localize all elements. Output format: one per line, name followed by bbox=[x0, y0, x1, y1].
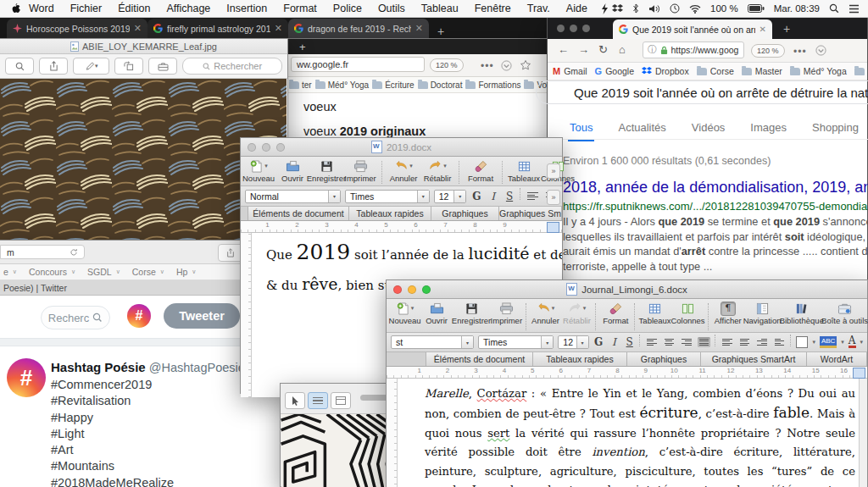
show-marks-button[interactable]: ¶Afficher bbox=[715, 302, 741, 325]
forward-icon[interactable]: → bbox=[578, 43, 589, 56]
menubar-clock[interactable]: Mar. 08:39 bbox=[774, 3, 820, 14]
avatar[interactable]: # bbox=[7, 358, 46, 397]
bold-button[interactable]: G bbox=[593, 336, 604, 348]
style-combo[interactable]: st▾ bbox=[391, 335, 474, 349]
bluetooth-icon[interactable] bbox=[632, 3, 639, 14]
library-button[interactable]: Bibliothèque bbox=[783, 302, 820, 325]
menu-item[interactable]: Édition bbox=[118, 3, 150, 14]
bookmark-google[interactable]: GGoogle bbox=[595, 66, 634, 76]
vertical-ruler[interactable] bbox=[387, 379, 398, 487]
wifi-icon[interactable] bbox=[689, 4, 701, 14]
chrome-tab-firefly[interactable]: firefly primal astrology 2019 - Re ✕ bbox=[147, 19, 288, 38]
traffic-lights[interactable] bbox=[393, 285, 431, 294]
font-combo[interactable]: Times▾ bbox=[345, 190, 430, 203]
bookmark-folder[interactable]: Concours∨ bbox=[29, 267, 75, 277]
bullet-list-button[interactable] bbox=[738, 337, 752, 348]
hashtag-link[interactable]: #Light bbox=[51, 426, 174, 442]
bookmark-folder[interactable]: ter bbox=[289, 80, 312, 90]
google-search-box[interactable]: Que 2019 soit l'année où on arrête de dé… bbox=[536, 80, 868, 104]
markup-button[interactable]: ▾ bbox=[73, 58, 109, 75]
preview-search-field[interactable]: Rechercher bbox=[182, 58, 282, 75]
outdent-button[interactable] bbox=[755, 337, 769, 348]
horizontal-ruler[interactable]: 123456789 bbox=[241, 221, 562, 233]
menu-item[interactable]: Insertion bbox=[226, 3, 267, 14]
volume-icon[interactable] bbox=[648, 4, 660, 14]
align-left-button[interactable] bbox=[645, 337, 659, 348]
info-icon[interactable]: ⓘ bbox=[648, 44, 657, 56]
bookmark-folder[interactable]: Formations bbox=[465, 80, 520, 90]
bookmark-folder[interactable]: Master bbox=[742, 66, 782, 76]
numbered-list-button[interactable] bbox=[721, 337, 734, 348]
ribbon-tab[interactable]: Tableaux rapides bbox=[533, 352, 627, 366]
bookmark-folder[interactable]: Corse∨ bbox=[132, 267, 164, 277]
new-button[interactable]: ▾Nouveau bbox=[246, 159, 271, 183]
toolbox-button[interactable] bbox=[148, 58, 177, 75]
tweet-author[interactable]: Hashtag Poésie @HashtagPoesie · bbox=[51, 360, 253, 374]
firefox-tab[interactable]: Que 2019 soit l'année où on arrê ✕ bbox=[613, 19, 772, 39]
italic-button[interactable]: I bbox=[487, 191, 499, 202]
twitter-search-field[interactable]: Recherc bbox=[41, 306, 110, 329]
ribbon-tab[interactable]: Graphiques bbox=[431, 207, 499, 220]
size-combo[interactable]: 12▾ bbox=[558, 335, 588, 349]
tab-videos[interactable]: Vidéos bbox=[692, 121, 726, 134]
tab-images[interactable]: Images bbox=[750, 121, 787, 134]
pocket-icon[interactable] bbox=[815, 45, 826, 56]
style-combo[interactable]: Normal▾ bbox=[245, 190, 341, 203]
zoom-button[interactable] bbox=[5, 58, 34, 75]
tab-shopping[interactable]: Shopping bbox=[812, 121, 859, 134]
menu-item[interactable]: Fenêtre bbox=[475, 3, 511, 14]
tables-button[interactable]: Tableaux bbox=[642, 302, 668, 325]
menu-item[interactable]: Trav. bbox=[527, 3, 550, 14]
menu-item[interactable]: Format bbox=[283, 3, 317, 14]
close-icon[interactable]: ✕ bbox=[134, 23, 142, 34]
ribbon-tab[interactable]: Graphiques SmartArt bbox=[701, 352, 807, 366]
bookmark-dropbox[interactable]: Dropbox bbox=[642, 66, 689, 76]
bookmark-folder[interactable]: Corse bbox=[697, 66, 734, 76]
justify-button[interactable] bbox=[698, 337, 711, 348]
horizontal-ruler[interactable]: 12345678910111213141516 bbox=[387, 367, 867, 379]
address-bar[interactable]: ww.google.fr bbox=[291, 57, 425, 72]
save-button[interactable]: Enregistrer bbox=[314, 159, 339, 183]
bookmark-gmail[interactable]: MGmail bbox=[553, 66, 587, 76]
pointer-tool-button[interactable] bbox=[285, 392, 305, 409]
hashtag-logo-avatar[interactable]: # bbox=[127, 304, 151, 328]
notification-center-icon[interactable] bbox=[849, 4, 860, 14]
share-button[interactable] bbox=[39, 58, 68, 75]
back-icon[interactable]: ← bbox=[558, 43, 569, 56]
close-icon[interactable]: ✕ bbox=[415, 23, 423, 34]
italic-button[interactable]: I bbox=[609, 336, 620, 348]
print-button[interactable]: Imprimer bbox=[348, 159, 373, 183]
traffic-lights[interactable] bbox=[557, 25, 590, 32]
new-tab-button[interactable]: + bbox=[783, 22, 790, 36]
traffic-lights[interactable] bbox=[248, 143, 285, 152]
undo-button[interactable]: ▾Annuler bbox=[391, 159, 416, 183]
bookmark-folder[interactable]: Doctorat bbox=[418, 80, 463, 90]
chrome-tab-dragon[interactable]: dragon de feu 2019 - Recherche ✕ bbox=[288, 19, 429, 38]
document-map-icon[interactable] bbox=[547, 222, 559, 233]
result-title-link[interactable]: 2018, année de la démondialisation, 2019… bbox=[563, 179, 868, 196]
ribbon-tab[interactable]: Tableaux rapides bbox=[349, 207, 431, 220]
redo-button[interactable]: ▾Rétablir bbox=[425, 159, 450, 183]
bookmark-folder[interactable]: e∨ bbox=[3, 267, 17, 277]
toolbar-overflow[interactable]: » bbox=[547, 163, 560, 179]
format-button[interactable]: Format bbox=[468, 159, 493, 183]
align-right-button[interactable] bbox=[680, 337, 693, 348]
tab-title[interactable]: Poesie) | Twitter bbox=[3, 283, 67, 293]
font-combo[interactable]: Times▾ bbox=[478, 335, 554, 349]
hashtag-link[interactable]: #2018MadeMeRealize bbox=[51, 475, 174, 487]
close-button[interactable] bbox=[393, 285, 402, 294]
reload-icon[interactable] bbox=[70, 248, 78, 257]
save-button[interactable]: Enregistrer bbox=[455, 302, 487, 325]
format-overflow[interactable]: » bbox=[547, 190, 560, 205]
time-machine-icon[interactable] bbox=[670, 3, 680, 14]
toolbox-button[interactable]: Boîte à outils bbox=[826, 302, 864, 325]
vertical-ruler[interactable] bbox=[241, 233, 252, 397]
sidebar-view-button[interactable] bbox=[308, 392, 328, 409]
rotate-button[interactable] bbox=[114, 58, 143, 75]
search-suggestion[interactable]: voeux bbox=[287, 100, 562, 113]
search-suggestion[interactable]: voeux 2019 originaux bbox=[287, 125, 562, 138]
bookmark-folder[interactable]: Hp∨ bbox=[176, 267, 197, 277]
menu-item[interactable]: Affichage bbox=[166, 3, 210, 14]
tab-tous[interactable]: Tous bbox=[570, 121, 593, 134]
bookmark-star-icon[interactable] bbox=[520, 59, 531, 71]
